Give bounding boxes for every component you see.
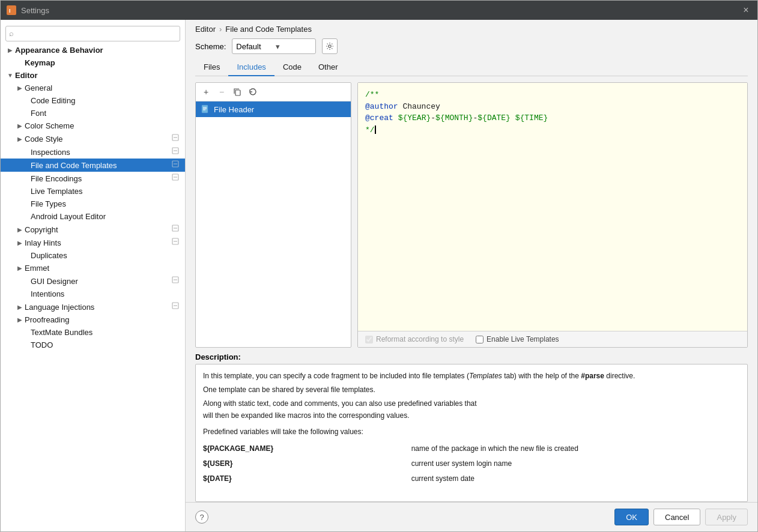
list-toolbar: + −	[196, 83, 351, 101]
sidebar-item-copyright[interactable]: ▶ Copyright	[1, 223, 185, 236]
apply-button[interactable]: Apply	[705, 509, 748, 525]
template-list-panel: + −	[195, 82, 351, 348]
var-desc-date: current system date	[411, 471, 740, 486]
template-list: File Header	[196, 101, 351, 347]
table-row: ${PACKAGE_NAME} name of the package in w…	[203, 441, 740, 456]
scheme-label: Scheme:	[195, 42, 226, 51]
var-name-package: ${PACKAGE_NAME}	[203, 441, 411, 456]
desc-text-2: One template can be shared by several fi…	[203, 384, 740, 396]
search-input[interactable]	[5, 26, 180, 41]
dialog-body: ⌕ ▶ Appearance & Behavior Keymap ▼ Edito…	[1, 20, 757, 531]
tab-files[interactable]: Files	[195, 59, 228, 76]
help-button[interactable]: ?	[195, 510, 208, 524]
sidebar-item-label: Android Layout Editor	[31, 212, 180, 221]
ok-button[interactable]: OK	[614, 509, 649, 525]
sidebar-item-keymap[interactable]: Keymap	[1, 56, 185, 69]
reformat-checkbox[interactable]	[365, 336, 373, 343]
sidebar-item-label: File and Code Templates	[31, 161, 168, 170]
tab-other[interactable]: Other	[310, 59, 347, 76]
template-list-item-file-header[interactable]: File Header	[196, 101, 351, 117]
sidebar-item-file-encodings[interactable]: File Encodings	[1, 172, 185, 185]
sidebar-item-live-templates[interactable]: Live Templates	[1, 185, 185, 198]
scheme-row: Scheme: Default ▾	[186, 36, 757, 59]
tab-includes[interactable]: Includes	[228, 59, 274, 76]
expand-arrow	[21, 278, 31, 285]
sidebar-item-inspections[interactable]: Inspections	[1, 145, 185, 159]
expand-arrow	[21, 188, 31, 195]
svg-point-18	[329, 45, 331, 47]
sidebar-item-label: Font	[31, 109, 180, 118]
dialog-footer: ? OK Cancel Apply	[186, 502, 757, 531]
sidebar-item-todo[interactable]: TODO	[1, 339, 185, 351]
sidebar-item-label: Emmet	[25, 264, 180, 273]
sidebar-item-label: Language Injections	[25, 303, 168, 312]
sidebar-item-intentions[interactable]: Intentions	[1, 288, 185, 300]
sidebar-item-editor[interactable]: ▼ Editor	[1, 69, 185, 82]
copy-template-button[interactable]	[231, 85, 244, 98]
var-name-user: ${USER}	[203, 456, 411, 471]
cancel-button[interactable]: Cancel	[653, 509, 700, 525]
var-desc-package: name of the package in which the new fil…	[411, 441, 740, 456]
template-editor-panel: /** @author Chauncey @creat ${YEAR}-${MO…	[357, 82, 748, 348]
expand-arrow: ▶	[15, 226, 25, 233]
dialog-title: Settings	[21, 6, 49, 15]
sidebar-item-emmet[interactable]: ▶ Emmet	[1, 262, 185, 274]
sidebar-item-code-style[interactable]: ▶ Code Style	[1, 132, 185, 145]
sidebar-item-android-layout-editor[interactable]: Android Layout Editor	[1, 210, 185, 223]
expand-arrow	[21, 149, 31, 156]
main-content: Editor › File and Code Templates Scheme:…	[186, 20, 757, 531]
breadcrumb-separator: ›	[219, 25, 222, 34]
desc-text-3: Along with static text, code and comment…	[203, 398, 740, 421]
reformat-option[interactable]: Reformat according to style	[365, 335, 464, 343]
sidebar-item-code-editing[interactable]: Code Editing	[1, 94, 185, 107]
sidebar-item-general[interactable]: ▶ General	[1, 82, 185, 94]
expand-arrow	[21, 342, 31, 348]
sidebar-item-proofreading[interactable]: ▶ Proofreading	[1, 313, 185, 326]
sidebar-item-label: Live Templates	[31, 187, 180, 196]
sidebar-item-gui-designer[interactable]: GUI Designer	[1, 274, 185, 288]
expand-arrow	[21, 213, 31, 220]
remove-template-button[interactable]: −	[215, 85, 228, 98]
sidebar-item-label: Appearance & Behavior	[15, 46, 180, 55]
live-templates-option[interactable]: Enable Live Templates	[476, 335, 559, 343]
sidebar-item-appearance[interactable]: ▶ Appearance & Behavior	[1, 44, 185, 56]
search-box[interactable]: ⌕	[5, 26, 180, 41]
var-desc-user: current user system login name	[411, 456, 740, 471]
gear-button[interactable]	[322, 38, 338, 54]
reset-template-button[interactable]	[246, 85, 259, 98]
sidebar-item-color-scheme[interactable]: ▶ Color Scheme	[1, 119, 185, 132]
desc-text-1: In this template, you can specify a code…	[203, 370, 740, 382]
expand-arrow	[21, 110, 31, 116]
breadcrumb: Editor › File and Code Templates	[186, 20, 757, 36]
app-icon: I	[7, 5, 16, 15]
sidebar-item-label: File Types	[31, 199, 180, 208]
close-button[interactable]: ×	[741, 5, 751, 16]
sidebar-item-textmate-bundles[interactable]: TextMate Bundles	[1, 326, 185, 339]
breadcrumb-parent: Editor	[195, 25, 216, 34]
sidebar: ⌕ ▶ Appearance & Behavior Keymap ▼ Edito…	[1, 20, 186, 531]
scheme-value: Default	[236, 42, 272, 51]
search-icon: ⌕	[9, 29, 14, 38]
sidebar-item-label: General	[25, 83, 180, 92]
sidebar-item-label: Inlay Hints	[25, 238, 168, 247]
sidebar-item-font[interactable]: Font	[1, 107, 185, 119]
live-templates-checkbox[interactable]	[476, 336, 484, 343]
sidebar-item-label: Copyright	[25, 225, 168, 234]
tab-code[interactable]: Code	[274, 59, 310, 76]
sidebar-item-label: Intentions	[31, 289, 180, 298]
scheme-dropdown[interactable]: Default ▾	[232, 38, 316, 54]
sidebar-item-language-injections[interactable]: ▶ Language Injections	[1, 300, 185, 313]
sidebar-item-inlay-hints[interactable]: ▶ Inlay Hints	[1, 236, 185, 249]
expand-arrow: ▶	[15, 240, 25, 246]
sidebar-item-file-code-templates[interactable]: File and Code Templates	[1, 159, 185, 172]
sidebar-item-file-types[interactable]: File Types	[1, 198, 185, 210]
sidebar-item-duplicates[interactable]: Duplicates	[1, 249, 185, 262]
code-editor[interactable]: /** @author Chauncey @creat ${YEAR}-${MO…	[358, 83, 747, 331]
expand-arrow	[21, 201, 31, 207]
modified-badge	[171, 238, 180, 247]
footer-right: OK Cancel Apply	[614, 509, 748, 525]
modified-badge	[171, 174, 180, 183]
modified-badge	[171, 147, 180, 157]
add-template-button[interactable]: +	[199, 85, 213, 98]
modified-badge	[171, 225, 180, 234]
